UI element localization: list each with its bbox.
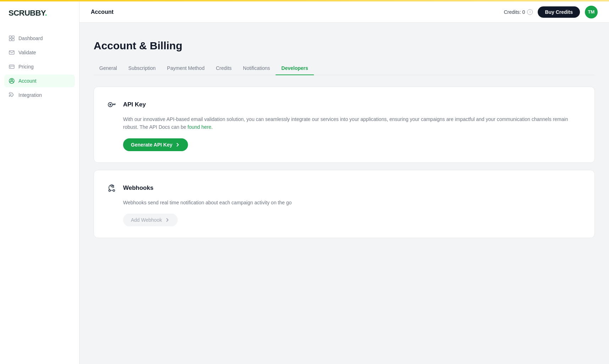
sidebar-item-pricing[interactable]: Pricing <box>4 60 75 73</box>
add-webhook-button[interactable]: Add Webhook <box>123 214 178 226</box>
svg-point-13 <box>113 189 115 191</box>
sidebar-item-label: Integration <box>18 92 42 98</box>
webhooks-description: Webhooks send real time notification abo… <box>123 199 583 206</box>
tab-payment-method[interactable]: Payment Method <box>161 62 210 75</box>
sidebar-item-dashboard[interactable]: Dashboard <box>4 32 75 45</box>
user-circle-icon <box>9 78 15 84</box>
main-content: Account & Billing General Subscription P… <box>79 23 609 364</box>
sidebar: SCRUBBY. Dashboard V <box>0 1 79 364</box>
sidebar-item-validate[interactable]: Validate <box>4 46 75 59</box>
credit-card-icon <box>9 64 15 70</box>
generate-api-key-button[interactable]: Generate API Key <box>123 138 188 151</box>
svg-rect-5 <box>9 65 14 68</box>
grid-icon <box>9 35 15 42</box>
logo: SCRUBBY. <box>0 1 79 26</box>
sidebar-item-label: Dashboard <box>18 35 43 41</box>
sidebar-nav: Dashboard Validate Pricing <box>0 26 79 107</box>
svg-rect-7 <box>10 67 11 68</box>
avatar[interactable]: TM <box>585 6 598 18</box>
top-accent-bar <box>0 0 609 1</box>
chevron-right-icon <box>165 217 170 222</box>
tab-notifications[interactable]: Notifications <box>237 62 276 75</box>
svg-point-14 <box>111 185 113 187</box>
svg-rect-3 <box>12 39 14 41</box>
buy-credits-button[interactable]: Buy Credits <box>538 6 580 18</box>
credits-label: Credits: 0 <box>504 9 525 15</box>
webhooks-icon <box>105 182 118 194</box>
svg-rect-2 <box>9 39 11 41</box>
api-key-description: With our innovative API-based email vali… <box>123 115 583 131</box>
topbar-right: Credits: 0 i Buy Credits TM <box>504 6 598 18</box>
api-docs-link[interactable]: found here. <box>188 124 213 130</box>
svg-point-11 <box>110 104 111 106</box>
puzzle-icon <box>9 92 15 98</box>
svg-rect-1 <box>12 36 14 38</box>
logo-text: SCRUBBY. <box>9 9 47 17</box>
sidebar-item-integration[interactable]: Integration <box>4 89 75 101</box>
api-key-card-header: API Key <box>105 98 583 111</box>
info-icon[interactable]: i <box>527 9 533 15</box>
sidebar-item-account[interactable]: Account <box>4 75 75 87</box>
credits-info: Credits: 0 i <box>504 9 533 15</box>
api-key-title: API Key <box>123 101 146 108</box>
webhooks-card-header: Webhooks <box>105 182 583 194</box>
tabs: General Subscription Payment Method Cred… <box>94 62 595 75</box>
api-key-card: API Key With our innovative API-based em… <box>94 87 595 163</box>
api-key-icon <box>105 98 118 111</box>
chevron-right-icon <box>175 142 180 147</box>
topbar: Account Credits: 0 i Buy Credits TM <box>79 1 609 23</box>
sidebar-item-label: Pricing <box>18 64 34 70</box>
tab-general[interactable]: General <box>94 62 123 75</box>
sidebar-item-label: Account <box>18 78 37 84</box>
webhooks-title: Webhooks <box>123 184 154 192</box>
webhooks-card: Webhooks Webhooks send real time notific… <box>94 170 595 238</box>
topbar-title: Account <box>91 9 114 15</box>
svg-point-9 <box>11 79 13 81</box>
page-title: Account & Billing <box>94 40 595 52</box>
tab-developers[interactable]: Developers <box>276 62 314 75</box>
mail-icon <box>9 49 15 56</box>
sidebar-item-label: Validate <box>18 50 36 55</box>
svg-rect-0 <box>9 36 11 38</box>
tab-credits[interactable]: Credits <box>210 62 237 75</box>
tab-subscription[interactable]: Subscription <box>123 62 161 75</box>
